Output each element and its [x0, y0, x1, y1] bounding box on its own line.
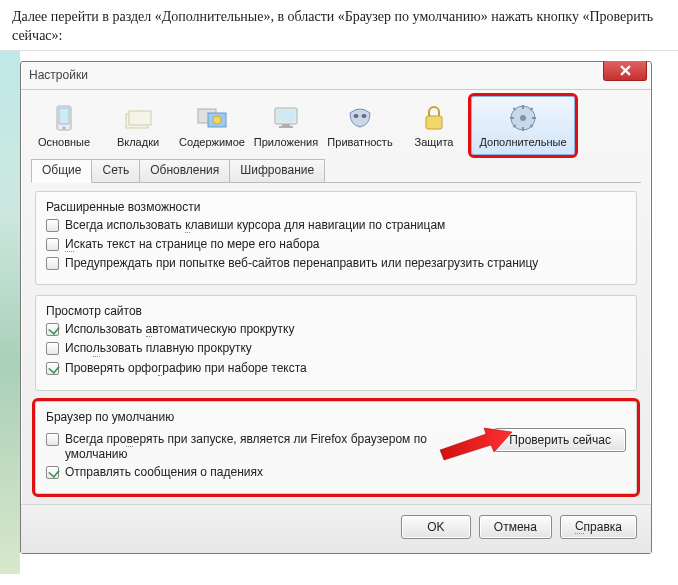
close-button[interactable] [603, 61, 647, 81]
svg-point-18 [520, 115, 526, 121]
gear-icon [474, 101, 572, 135]
svg-rect-20 [522, 127, 524, 131]
svg-rect-21 [510, 117, 514, 119]
category-toolbar: Основные Вкладки Содержимое Приложения [21, 90, 651, 155]
svg-rect-11 [277, 110, 295, 122]
category-tabs-label: Вкладки [104, 136, 172, 148]
category-security-label: Защита [400, 136, 468, 148]
svg-point-4 [63, 126, 66, 129]
group-default-browser: Браузер по умолчанию Всегда проверять пр… [35, 401, 637, 494]
svg-rect-13 [279, 126, 293, 128]
check-now-button[interactable]: Проверить сейчас [494, 428, 626, 452]
svg-rect-19 [522, 105, 524, 109]
checkbox[interactable] [46, 433, 59, 446]
svg-point-15 [362, 114, 367, 118]
ok-button[interactable]: OK [401, 515, 471, 539]
category-main-label: Основные [30, 136, 98, 148]
category-privacy-label: Приватность [326, 136, 394, 148]
category-apps[interactable]: Приложения [249, 96, 323, 155]
help-button[interactable]: Справка [560, 515, 637, 539]
opt-autoscroll[interactable]: Использовать автоматическую прокрутку [46, 322, 626, 337]
close-icon [620, 65, 631, 76]
group-extended: Расширенные возможности Всегда использов… [35, 191, 637, 285]
svg-rect-3 [59, 108, 69, 124]
opt-cursor-keys[interactable]: Всегда использовать клавиши курсора для … [46, 218, 626, 233]
category-privacy[interactable]: Приватность [323, 96, 397, 155]
content-icon [178, 101, 246, 135]
category-advanced[interactable]: Дополнительные [471, 96, 575, 155]
label: Использовать плавную прокрутку [65, 341, 252, 356]
category-tabs[interactable]: Вкладки [101, 96, 175, 155]
svg-rect-6 [129, 111, 151, 125]
subtab-updates[interactable]: Обновления [139, 159, 230, 182]
group-default-legend: Браузер по умолчанию [46, 410, 626, 424]
subtab-network[interactable]: Сеть [91, 159, 140, 182]
group-extended-legend: Расширенные возможности [46, 200, 626, 214]
svg-point-14 [354, 114, 359, 118]
window-title: Настройки [29, 68, 88, 82]
wallpaper-sliver [0, 51, 20, 574]
svg-point-9 [213, 116, 221, 124]
checkbox[interactable] [46, 342, 59, 355]
subtab-general[interactable]: Общие [31, 159, 92, 183]
category-content-label: Содержимое [178, 136, 246, 148]
svg-rect-22 [532, 117, 536, 119]
label: Использовать автоматическую прокрутку [65, 322, 294, 337]
mask-icon [326, 101, 394, 135]
label: Искать текст на странице по мере его наб… [65, 237, 320, 252]
category-apps-label: Приложения [252, 136, 320, 148]
subtab-encryption[interactable]: Шифрование [229, 159, 325, 182]
subtab-strip: Общие Сеть Обновления Шифрование [31, 159, 641, 183]
opt-spellcheck[interactable]: Проверять орфографию при наборе текста [46, 361, 626, 376]
checkbox[interactable] [46, 362, 59, 375]
label: Проверять орфографию при наборе текста [65, 361, 307, 376]
tabs-icon [104, 101, 172, 135]
opt-smoothscroll[interactable]: Использовать плавную прокрутку [46, 341, 626, 356]
label: Всегда использовать клавиши курсора для … [65, 218, 445, 233]
label: Отправлять сообщения о падениях [65, 465, 263, 479]
settings-window: Настройки Основные Вкладки [20, 61, 652, 554]
lock-icon [400, 101, 468, 135]
svg-rect-16 [426, 116, 442, 129]
group-browsing: Просмотр сайтов Использовать автоматичес… [35, 295, 637, 391]
opt-search-as-type[interactable]: Искать текст на странице по мере его наб… [46, 237, 626, 252]
opt-warn-redirect[interactable]: Предупреждать при попытке веб-сайтов пер… [46, 256, 626, 270]
opt-check-default[interactable]: Всегда проверять при запуске, является л… [46, 432, 484, 461]
group-browsing-legend: Просмотр сайтов [46, 304, 626, 318]
label: Всегда проверять при запуске, является л… [65, 432, 435, 461]
checkbox[interactable] [46, 323, 59, 336]
label: Предупреждать при попытке веб-сайтов пер… [65, 256, 538, 270]
titlebar: Настройки [21, 62, 651, 90]
apps-icon [252, 101, 320, 135]
checkbox[interactable] [46, 238, 59, 251]
category-security[interactable]: Защита [397, 96, 471, 155]
instruction-text: Далее перейти в раздел «Дополнительные»,… [0, 0, 678, 50]
checkbox[interactable] [46, 219, 59, 232]
cancel-button[interactable]: Отмена [479, 515, 552, 539]
dialog-buttons: OK Отмена Справка [21, 504, 651, 553]
category-main[interactable]: Основные [27, 96, 101, 155]
screenshot-area: Настройки Основные Вкладки [0, 50, 678, 574]
settings-panel: Расширенные возможности Всегда использов… [35, 191, 637, 494]
category-content[interactable]: Содержимое [175, 96, 249, 155]
checkbox[interactable] [46, 257, 59, 270]
svg-rect-12 [282, 124, 290, 126]
category-advanced-label: Дополнительные [474, 136, 572, 148]
main-icon [30, 101, 98, 135]
checkbox[interactable] [46, 466, 59, 479]
opt-send-crash[interactable]: Отправлять сообщения о падениях [46, 465, 484, 479]
